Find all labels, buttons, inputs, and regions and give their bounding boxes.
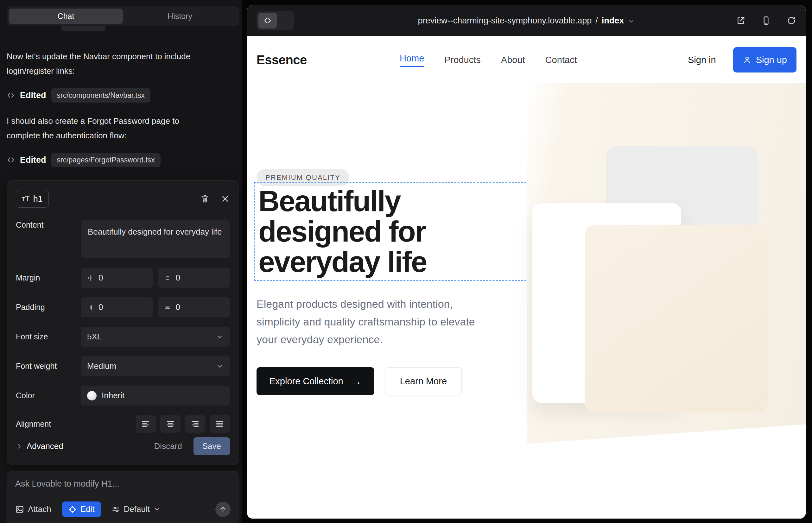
site-logo[interactable]: Essence xyxy=(257,36,307,84)
font-size-label: Font size xyxy=(16,332,81,341)
font-weight-label: Font weight xyxy=(16,362,81,371)
refresh-button[interactable] xyxy=(787,16,796,25)
signup-button[interactable]: Sign up xyxy=(733,47,796,72)
nav-link-contact[interactable]: Contact xyxy=(545,55,577,65)
padding-vertical-input[interactable]: 0 xyxy=(81,297,153,317)
save-button[interactable]: Save xyxy=(194,437,230,455)
chat-message: I should also create a Forgot Password p… xyxy=(7,114,203,143)
preview-page: index xyxy=(602,16,624,26)
edited-label: Edited xyxy=(20,91,46,101)
close-editor-button[interactable] xyxy=(220,194,230,203)
site-auth-controls: Sign in Sign up xyxy=(688,36,796,84)
typography-icon: тT xyxy=(22,194,30,203)
user-icon xyxy=(743,55,752,64)
chevron-down-icon xyxy=(216,333,224,341)
chevron-down-icon xyxy=(154,506,161,513)
url-separator: / xyxy=(595,16,598,26)
color-swatch xyxy=(87,391,96,400)
arrow-right-icon: → xyxy=(352,376,362,387)
edit-mode-button[interactable]: Edit xyxy=(62,502,101,517)
site-navbar: Essence Home Products About Contact Sign… xyxy=(247,36,806,84)
tab-history[interactable]: History xyxy=(123,8,237,24)
nav-link-home[interactable]: Home xyxy=(400,53,424,67)
font-size-select[interactable]: 5XL xyxy=(81,327,230,347)
preview-host: preview--charming-site-symphony.lovable.… xyxy=(418,16,592,26)
discard-button[interactable]: Discard xyxy=(154,441,182,451)
hero-paragraph: Elegant products designed with intention… xyxy=(257,295,475,348)
attach-button[interactable]: Attach xyxy=(15,504,51,514)
chat-message: Now let's update the Navbar component to… xyxy=(7,49,203,78)
nav-link-products[interactable]: Products xyxy=(444,55,480,65)
tab-chat[interactable]: Chat xyxy=(9,8,123,24)
mobile-view-button[interactable] xyxy=(761,16,771,25)
composer-input[interactable] xyxy=(15,479,231,489)
alignment-label: Alignment xyxy=(16,419,81,429)
preview-browser-frame: preview--charming-site-symphony.lovable.… xyxy=(247,5,806,519)
code-icon xyxy=(7,156,15,164)
align-justify-button[interactable] xyxy=(210,415,230,433)
delete-element-button[interactable] xyxy=(200,194,210,203)
signin-link[interactable]: Sign in xyxy=(688,55,716,65)
edited-file-row: Edited src/pages/ForgotPassword.tsx xyxy=(7,152,239,168)
color-select[interactable]: Inherit xyxy=(81,385,230,405)
send-button[interactable] xyxy=(215,502,231,517)
padding-horizontal-input[interactable]: 0 xyxy=(158,297,230,317)
browser-toolbar: preview--charming-site-symphony.lovable.… xyxy=(247,5,806,36)
advanced-toggle[interactable]: Advanced xyxy=(16,441,63,451)
lovable-chat-panel: Chat History Now let's update the Navbar… xyxy=(0,0,242,523)
element-tag-label: h1 xyxy=(33,194,43,204)
learn-more-button[interactable]: Learn More xyxy=(385,367,462,395)
file-badge[interactable]: src/pages/ForgotPassword.tsx xyxy=(51,153,161,167)
chat-composer: Attach Edit Default xyxy=(7,471,239,523)
padding-label: Padding xyxy=(16,303,81,312)
edited-label: Edited xyxy=(20,155,46,165)
margin-label: Margin xyxy=(16,273,81,283)
selected-element-pill[interactable]: тT h1 xyxy=(16,190,49,208)
element-editor-panel: тT h1 Content Beautifully designed for e… xyxy=(7,180,239,465)
align-left-button[interactable] xyxy=(136,415,156,433)
color-label: Color xyxy=(16,391,81,400)
margin-horizontal-icon xyxy=(164,274,171,282)
selected-h1-outline[interactable]: Beautifully designed for everyday life xyxy=(254,182,526,281)
open-in-new-tab-button[interactable] xyxy=(736,16,745,25)
sliders-icon xyxy=(112,505,120,513)
chevron-down-icon xyxy=(216,362,224,370)
margin-vertical-input[interactable]: 0 xyxy=(81,268,153,288)
explore-collection-button[interactable]: Explore Collection → xyxy=(257,367,374,395)
hero-heading[interactable]: Beautifully designed for everyday life xyxy=(259,186,522,277)
code-preview-toggle xyxy=(257,11,294,30)
url-bar[interactable]: preview--charming-site-symphony.lovable.… xyxy=(418,5,635,36)
padding-vertical-icon xyxy=(86,304,94,311)
hero-cta-group: Explore Collection → Learn More xyxy=(257,367,462,395)
file-badge[interactable]: src/components/Navbar.tsx xyxy=(51,88,151,103)
align-center-button[interactable] xyxy=(160,415,180,433)
image-icon xyxy=(15,505,24,514)
margin-vertical-icon xyxy=(86,274,94,282)
hero-cream-shape xyxy=(585,225,768,413)
font-weight-select[interactable]: Medium xyxy=(81,356,230,376)
content-textarea[interactable]: Beautifully designed for everyday life xyxy=(81,220,230,258)
code-icon xyxy=(7,91,15,100)
model-default-button[interactable]: Default xyxy=(112,504,161,514)
chevron-down-icon xyxy=(628,18,635,25)
chevron-right-icon xyxy=(16,443,23,450)
chat-history-tabs: Chat History xyxy=(7,6,239,26)
padding-horizontal-icon xyxy=(164,304,171,311)
align-right-button[interactable] xyxy=(185,415,205,433)
site-preview: Essence Home Products About Contact Sign… xyxy=(247,36,806,519)
hero-diagonal-edge xyxy=(498,422,806,519)
code-view-button[interactable] xyxy=(259,13,277,29)
margin-horizontal-input[interactable]: 0 xyxy=(158,268,230,288)
target-icon xyxy=(68,505,77,513)
edited-file-row: Edited src/components/Navbar.tsx xyxy=(7,87,239,104)
content-label: Content xyxy=(16,220,81,230)
nav-link-about[interactable]: About xyxy=(501,55,525,65)
site-nav-links: Home Products About Contact xyxy=(400,36,577,84)
